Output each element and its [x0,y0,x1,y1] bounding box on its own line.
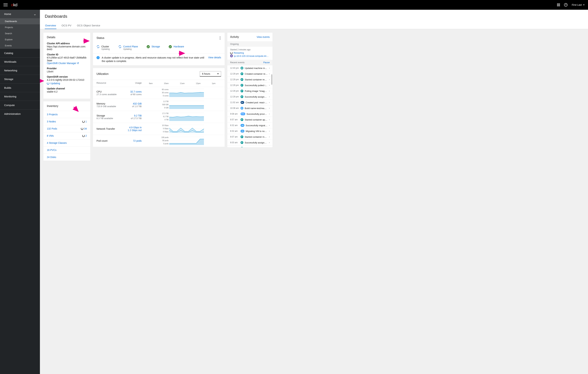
svg-text:1.0 TiB: 1.0 TiB [163,101,168,102]
util-sub: of 17.5 TiB [124,117,142,120]
event-time: 12:29 pm [230,96,239,98]
sidebar-item-dashboards[interactable]: Dashboards [0,18,40,24]
event-row[interactable]: 12:43 pmMUpdated machine mynam...› [227,65,273,71]
ongoing-label: Ongoing [227,41,273,47]
sidebar-section-monitoring[interactable]: Monitoring [0,92,40,101]
event-row[interactable]: 8:57 amPStarted container appde...› [227,117,273,122]
tab-ocs-pv[interactable]: OCS PV [61,22,72,29]
inventory-item[interactable]: 3 Nodes1 [43,118,90,125]
inventory-card: Inventory 3 Projects3 Nodes1132 Pods348 … [43,101,90,160]
sidebar-section-storage[interactable]: Storage [0,75,40,83]
event-row[interactable]: 12:29 pmPSuccessfully assigned ap...› [227,94,273,99]
event-row[interactable]: 8:07 amPStarted container manag...› [227,134,273,139]
chevron-right-icon: › [269,90,270,92]
updating-status[interactable]: Updating [47,82,87,85]
event-text: Started container manag... [245,136,268,138]
inventory-item[interactable]: 4 Storage Classes [43,139,90,146]
svg-text:8.2 TiB: 8.2 TiB [163,116,168,118]
tab-overview[interactable]: Overview [45,22,56,29]
view-details-link[interactable]: View details [208,56,221,59]
sidebar-section-builds[interactable]: Builds [0,83,40,92]
event-text: Started container appde... [245,118,268,121]
sidebar-section-compute[interactable]: Compute [0,101,40,109]
status-hardware-link[interactable]: Hardware [174,45,184,48]
view-events-link[interactable]: View events [257,36,270,38]
svg-text:50 pods: 50 pods [162,139,168,141]
event-text: Successfully pulled imag... [245,84,268,87]
status-cluster-sub: Updating [101,48,110,50]
event-time: 7:43 am [230,147,239,147]
logo[interactable]: okd [11,2,17,7]
sidebar-item-explore[interactable]: Explore [0,36,40,43]
svg-text:10 Gbps: 10 Gbps [162,125,168,126]
scrollbar[interactable] [271,74,272,85]
util-value[interactable]: 72 pods [124,139,142,142]
event-row[interactable]: 8:32 amVMMigrating VM to node ip...› [227,128,273,134]
pause-link[interactable]: Pause [263,61,270,64]
event-row[interactable]: 12:29 pmPCreated container reacta...› [227,71,273,76]
chevron-down-icon [34,13,36,15]
util-avail: 27.3 cores available [96,93,124,96]
util-value[interactable]: 432 GiB [124,102,142,105]
sparkline-chart: 60 cores30 cores0 cores [143,89,221,97]
svg-text:60 cores: 60 cores [162,89,168,90]
kebab-menu-icon[interactable] [219,36,221,40]
event-row[interactable]: 12:29 pmPSuccessfully pulled imag...› [227,82,273,88]
util-head-resource: Resource [96,82,124,85]
event-row[interactable]: 7:43 amPContainer image "registr...› [227,145,273,147]
svg-text:30 cores: 30 cores [162,92,168,94]
sidebar-section-workloads[interactable]: Workloads [0,57,40,66]
sidebar-item-search[interactable]: Search [0,30,40,36]
sidebar-section-catalog[interactable]: Catalog [0,49,40,57]
util-row: Storage8.3 TiB available9.2 TiBof 17.5 T… [93,111,225,123]
resource-badge-icon: P [241,90,243,92]
sidebar-section-networking[interactable]: Networking [0,66,40,75]
sidebar-section-administration[interactable]: Administration [0,109,40,118]
util-value[interactable]: 9.2 TiB [124,114,142,117]
sidebar-section-home[interactable]: Home [0,10,40,18]
spinner-icon [82,135,85,137]
recent-events-label: Recent events [230,61,244,64]
event-row[interactable]: 12:29 pmPStarted container reacta...› [227,76,273,82]
inventory-item[interactable]: 132 Pods34 [43,125,90,132]
event-row[interactable]: 12:29 pmPPulling image "image-re...› [227,88,273,94]
event-text: Successfully provision... [247,113,268,115]
spinner-icon [82,120,85,123]
status-storage-link[interactable]: Storage [151,45,160,48]
svg-text:0 cores: 0 cores [163,95,168,97]
inventory-item[interactable]: 24 Disks [43,153,90,160]
apps-grid-icon[interactable] [557,3,560,6]
tab-ocs-object[interactable]: OCS Object Service [76,22,101,29]
user-menu[interactable]: First Last [572,3,585,6]
version-value: 4.2.0-0.nightly-2019-09-02-172410 [47,78,87,81]
event-row[interactable]: 10:38 amBBuild name-test/react-we...› [227,105,273,111]
sync-icon [96,45,100,49]
util-row: Memory720.9 GiB available432 GiBof 1.0 T… [93,99,225,111]
util-sub[interactable]: 1.2 Gbps out [124,129,142,132]
status-control-plane-link[interactable]: Control Plane [123,45,138,48]
event-row[interactable]: 8:03 amPSuccessfully assigned m...› [227,139,273,145]
time-range-dropdown[interactable]: 6 hours [200,71,221,76]
util-head-usage: Usage [124,82,142,85]
version-label: OpenShift version [47,75,87,78]
restarting-link[interactable]: Restarting [234,52,244,54]
sidebar-item-events[interactable]: Events [0,43,40,49]
hamburger-menu-icon[interactable] [3,3,8,7]
help-icon[interactable]: ? [564,3,567,7]
inventory-item[interactable]: 3 Projects [43,111,90,118]
sidebar-item-projects[interactable]: Projects [0,24,40,30]
util-value[interactable]: 4.9 Gbps in [124,126,142,129]
node-link[interactable]: ip-10-0-120-10.local.compute.internal... [234,55,270,57]
cluster-manager-link[interactable]: OpenShift Cluster Manager [47,62,87,64]
inventory-item[interactable]: 8 VMs2 [43,132,90,139]
event-row[interactable]: 8:32 amVMSuccessfully migrated V...› [227,122,273,128]
inventory-item[interactable]: 16 PVCs [43,146,90,153]
event-text: Started container reacta... [245,78,268,81]
event-text: Build name-test/react-we... [245,107,268,109]
event-row[interactable]: 9:08 amPVCSuccessfully provision...› [227,111,273,117]
util-value[interactable]: 32.7 cores [124,90,142,93]
util-name: Storage [96,114,124,117]
event-time: 10:38 am [230,107,239,109]
svg-text:0 GiB: 0 GiB [164,107,168,109]
event-row[interactable]: 11:02 amRCCreated pod: react-web-...› [227,99,273,105]
